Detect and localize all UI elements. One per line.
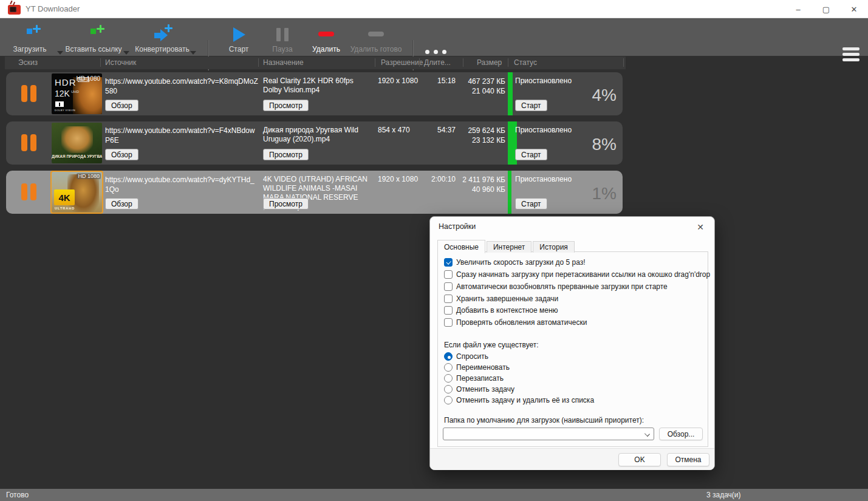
table-header: Эскиз Источник Назначение Разрешение Дли… xyxy=(5,56,626,69)
video-thumbnail: ДИКАЯ ПРИРОДА УРУГВАЯ xyxy=(52,123,102,163)
view-button[interactable]: Просмотр xyxy=(263,198,309,210)
download-row[interactable]: ДИКАЯ ПРИРОДА УРУГВАЯ https://www.youtub… xyxy=(6,121,623,165)
radio-rename[interactable]: Переименовать xyxy=(444,363,510,372)
pause-icon xyxy=(273,27,292,43)
size-total: 259 624 КБ xyxy=(468,126,505,135)
download-dropdown-chevron-icon[interactable] xyxy=(57,51,63,55)
start-button[interactable]: Старт xyxy=(515,198,547,210)
radio-ask[interactable]: Спросить xyxy=(444,352,488,361)
checkbox-icon[interactable] xyxy=(444,270,453,279)
toolbar-pause-button[interactable]: Пауза xyxy=(266,21,299,53)
maximize-button[interactable]: ▢ xyxy=(812,0,840,18)
source-url: https://www.youtube.com/watch?v=K8mqDMoZ… xyxy=(105,77,258,96)
cancel-button[interactable]: Отмена xyxy=(667,453,709,466)
column-status[interactable]: Статус xyxy=(514,58,537,67)
default-folder-combobox[interactable] xyxy=(443,428,654,440)
status-task-count: 3 задач(и) xyxy=(706,491,741,499)
app-logo-icon xyxy=(8,5,21,15)
thumb-12k-text: 12K xyxy=(55,89,70,98)
hamburger-menu-icon[interactable] xyxy=(842,47,859,64)
column-size[interactable]: Размер xyxy=(477,58,502,67)
tab-internet[interactable]: Интернет xyxy=(487,241,531,253)
dialog-close-icon[interactable]: ✕ xyxy=(694,220,707,234)
checkbox-start-on-drag[interactable]: Сразу начинать загрузку при перетаскиван… xyxy=(444,270,710,279)
toolbar-delete-button[interactable]: Удалить xyxy=(307,21,345,53)
paste-link-dropdown-chevron-icon[interactable] xyxy=(123,51,129,55)
checkbox-auto-update[interactable]: Проверять обновления автоматически xyxy=(444,318,587,327)
radio-label: Перезаписать xyxy=(456,374,504,383)
checkbox-label: Хранить завершенные задачи xyxy=(456,295,558,303)
radio-label: Переименовать xyxy=(456,363,510,372)
tab-history[interactable]: История xyxy=(533,241,575,253)
download-row[interactable]: HD 1080 HDR 60FPS 12K UHD DOLBY VISION h… xyxy=(6,72,623,115)
convert-plus-icon xyxy=(153,27,171,43)
toolbar-convert-button[interactable]: Конвертировать xyxy=(134,21,191,53)
radio-overwrite[interactable]: Перезаписать xyxy=(444,374,504,383)
video-thumbnail: HD 1080 4K ULTRAHD xyxy=(52,172,102,213)
folder-browse-button[interactable]: Обзор... xyxy=(659,428,703,440)
radio-icon[interactable] xyxy=(444,374,453,383)
download-row-selected[interactable]: HD 1080 4K ULTRAHD https://www.youtube.c… xyxy=(6,171,623,214)
size-loaded: 21 040 КБ xyxy=(472,87,505,95)
browse-button[interactable]: Обзор xyxy=(105,100,138,111)
start-button[interactable]: Старт xyxy=(515,100,547,111)
toolbar-start-button[interactable]: Старт xyxy=(222,21,255,53)
more-options-icon[interactable] xyxy=(425,50,446,54)
ok-button[interactable]: OK xyxy=(618,453,661,466)
column-source[interactable]: Источник xyxy=(105,58,136,67)
checkbox-label: Сразу начинать загрузку при перетаскиван… xyxy=(456,270,710,279)
toolbar-delete-done-button[interactable]: Удалить готово xyxy=(349,21,403,53)
column-thumbnail[interactable]: Эскиз xyxy=(18,58,38,67)
checkbox-icon[interactable] xyxy=(444,306,453,315)
toolbar-paste-link-label: Вставить ссылку xyxy=(65,45,121,53)
toolbar-paste-link-button[interactable]: Вставить ссылку xyxy=(67,21,120,53)
close-button[interactable]: ✕ xyxy=(840,0,868,18)
checkbox-auto-resume[interactable]: Автоматически возобновлять прерванные за… xyxy=(444,282,668,291)
browse-button[interactable]: Обзор xyxy=(105,198,138,210)
checkbox-label: Проверять обновления автоматически xyxy=(456,318,587,327)
radio-icon[interactable] xyxy=(444,363,453,372)
toolbar-download-button[interactable]: Загрузить xyxy=(10,21,50,53)
settings-dialog: Настройки ✕ Основные Интернет История Ув… xyxy=(429,216,715,470)
checkbox-speed-boost[interactable]: Увеличить скорость загрузки до 5 раз! xyxy=(444,258,586,267)
checkbox-checked-icon[interactable] xyxy=(444,258,453,267)
start-button[interactable]: Старт xyxy=(515,149,547,160)
row-pause-icon[interactable] xyxy=(21,183,36,200)
column-duration[interactable]: Длите... xyxy=(424,58,451,67)
checkbox-icon[interactable] xyxy=(444,318,453,327)
checkbox-icon[interactable] xyxy=(444,295,453,303)
view-button[interactable]: Просмотр xyxy=(263,149,309,160)
minimize-button[interactable]: – xyxy=(784,0,812,18)
tab-panel-general: Увеличить скорость загрузки до 5 раз! Ср… xyxy=(437,251,708,447)
checkbox-keep-completed[interactable]: Хранить завершенные задачи xyxy=(444,295,558,303)
tab-general[interactable]: Основные xyxy=(437,240,485,253)
app-window: YT Downloader – ▢ ✕ Загрузить Вставить с… xyxy=(0,0,868,501)
checkbox-label: Добавить в контекстное меню xyxy=(456,306,558,315)
combobox-chevron-down-icon[interactable] xyxy=(644,431,650,437)
destination-file: Real Clarity 12K HDR 60fps Dolby Vision.… xyxy=(263,77,374,95)
size-value: 2 411 976 КБ40 960 КБ xyxy=(449,175,505,194)
radio-cancel-task[interactable]: Отменить задачу xyxy=(444,385,514,394)
status-text: Приостановлено xyxy=(515,77,572,85)
radio-selected-icon[interactable] xyxy=(444,352,453,361)
checkbox-context-menu[interactable]: Добавить в контекстное меню xyxy=(444,306,558,315)
convert-dropdown-chevron-icon[interactable] xyxy=(190,51,196,55)
size-total: 467 237 КБ xyxy=(468,77,505,86)
row-pause-icon[interactable] xyxy=(21,85,36,102)
radio-label: Отменить задачу и удалить её из списка xyxy=(456,396,594,404)
column-resolution[interactable]: Разрешение xyxy=(381,58,423,67)
row-pause-icon[interactable] xyxy=(21,134,36,151)
toolbar-pause-label: Пауза xyxy=(272,45,292,53)
radio-icon[interactable] xyxy=(444,385,453,394)
column-destination[interactable]: Назначение xyxy=(263,58,304,67)
browse-button[interactable]: Обзор xyxy=(105,149,138,160)
dialog-footer: OK Отмена xyxy=(430,448,714,470)
source-url: https://www.youtube.com/watch?v=dyKYTHd_… xyxy=(105,175,258,194)
thumbnail-art xyxy=(61,126,93,153)
thumb-hd-badge: HD 1080 xyxy=(77,75,100,82)
view-button[interactable]: Просмотр xyxy=(263,100,309,111)
checkbox-icon[interactable] xyxy=(444,282,453,291)
radio-cancel-remove[interactable]: Отменить задачу и удалить её из списка xyxy=(444,396,594,404)
radio-icon[interactable] xyxy=(444,396,453,404)
dialog-title: Настройки xyxy=(439,222,476,231)
